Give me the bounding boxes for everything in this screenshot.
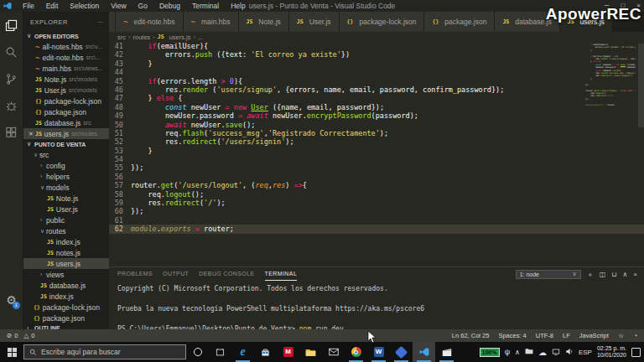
breadcrumb-src[interactable]: src bbox=[117, 34, 126, 41]
notification-center-icon[interactable] bbox=[631, 348, 641, 357]
recorder-icon[interactable] bbox=[435, 342, 458, 362]
explorer-icon[interactable] bbox=[5, 18, 18, 32]
tab-package.json[interactable]: {}package.json bbox=[424, 12, 495, 32]
open-editor-Note.js[interactable]: JSNote.jssrc\models bbox=[23, 74, 109, 85]
kill-terminal-icon[interactable]: ⊔ bbox=[611, 271, 616, 278]
minimap[interactable]: if(emailUser){ errors.push ({text: 'El c… bbox=[585, 44, 636, 106]
app-cube-icon[interactable] bbox=[390, 342, 413, 362]
menu-selection[interactable]: Selection bbox=[64, 0, 105, 12]
tree-item-package-lock.json[interactable]: {}package-lock.json bbox=[23, 302, 109, 313]
code-editor[interactable]: 41 if(emailUser){42 errors.push ({text: … bbox=[109, 42, 644, 266]
tree-item-models[interactable]: ∨models bbox=[23, 182, 109, 193]
tree-item-users.js[interactable]: JSusers.js bbox=[23, 258, 109, 269]
tree-item-User.js[interactable]: JSUser.js bbox=[23, 204, 109, 215]
network-icon[interactable] bbox=[552, 348, 560, 357]
open-editor-edit-note.hbs[interactable]: ~edit-note.hbssrc\... bbox=[23, 52, 109, 63]
chrome-icon[interactable] bbox=[345, 342, 367, 362]
close-panel-icon[interactable]: × bbox=[633, 271, 637, 278]
tree-item-index.js[interactable]: JSindex.js bbox=[23, 236, 109, 247]
mail-icon[interactable] bbox=[322, 342, 345, 362]
folder-tray-icon[interactable] bbox=[525, 348, 533, 356]
editor-scrollbar[interactable] bbox=[638, 44, 644, 127]
breadcrumb-routes[interactable]: routes bbox=[133, 34, 151, 41]
settings-gear-icon[interactable]: ⚙ 1 bbox=[6, 292, 17, 308]
clock[interactable]: 02:25 p. m. 10/01/2020 bbox=[597, 345, 626, 359]
tree-item-package.json[interactable]: {}package.json bbox=[23, 313, 109, 323]
volume-icon[interactable] bbox=[565, 348, 574, 357]
warnings-count[interactable]: 0 bbox=[31, 332, 34, 339]
status-lf[interactable]: LF bbox=[563, 332, 570, 339]
source-control-icon[interactable] bbox=[5, 72, 18, 85]
open-editor-database.js[interactable]: JSdatabase.jssrc bbox=[23, 117, 109, 128]
store-icon[interactable] bbox=[254, 342, 277, 362]
more-actions-icon[interactable]: ⋯ bbox=[97, 18, 104, 26]
tree-item-notes.js[interactable]: JSnotes.js bbox=[23, 247, 109, 258]
tree-item-public[interactable]: ›public bbox=[23, 215, 109, 225]
mcafee-icon[interactable]: M bbox=[277, 342, 299, 362]
open-editor-User.js[interactable]: JSUser.jssrc\models bbox=[23, 85, 109, 96]
errors-icon[interactable]: ⊘ bbox=[7, 332, 12, 339]
tab-package-lock.json[interactable]: {}package-lock.json bbox=[340, 12, 425, 32]
tree-item-views[interactable]: ›views bbox=[23, 269, 109, 280]
split-terminal-icon[interactable]: ◫ bbox=[600, 271, 606, 278]
errors-count[interactable]: 0 bbox=[14, 332, 18, 339]
onedrive-icon[interactable]: ☁ bbox=[538, 348, 547, 357]
menu-edit[interactable]: Edit bbox=[40, 0, 65, 12]
tab-main.hbs[interactable]: ~main.hbs bbox=[184, 12, 239, 32]
menu-view[interactable]: View bbox=[105, 0, 132, 12]
open-editors-header[interactable]: ∨OPEN EDITORS bbox=[23, 31, 109, 41]
menu-debug[interactable]: Debug bbox=[153, 0, 186, 12]
open-editor-all-notes.hbs[interactable]: ~all-notes.hbssrc\v... bbox=[23, 41, 109, 52]
task-view-icon[interactable] bbox=[209, 342, 231, 362]
section-outline[interactable]: ›OUTLINE bbox=[23, 323, 109, 329]
maximize-panel-icon[interactable]: ∧ bbox=[622, 271, 627, 278]
terminal-shell-select[interactable]: 1: node∨ bbox=[516, 270, 581, 279]
extensions-icon[interactable] bbox=[5, 126, 18, 139]
taskbar-search-input[interactable]: Escribe aquí para buscar bbox=[23, 344, 186, 359]
panel-tab-problems[interactable]: PROBLEMS bbox=[117, 267, 153, 281]
tab-Note.js[interactable]: JSNote.js bbox=[239, 12, 289, 32]
panel-tab-terminal[interactable]: TERMINAL bbox=[265, 267, 298, 281]
open-editor-package-lock.json[interactable]: {}package-lock.json bbox=[23, 96, 109, 106]
menu-file[interactable]: File bbox=[17, 0, 40, 12]
edge-icon[interactable]: e bbox=[231, 342, 254, 362]
notifications-bell-icon[interactable]: ◔ bbox=[633, 332, 637, 339]
start-button[interactable] bbox=[0, 342, 23, 362]
tree-item-src[interactable]: ∨src bbox=[23, 149, 109, 160]
open-editor-package.json[interactable]: {}package.json bbox=[23, 106, 109, 117]
menu-go[interactable]: Go bbox=[132, 0, 153, 12]
open-editor-users.js[interactable]: ✕JSusers.jssrc\routes bbox=[23, 128, 109, 139]
tab-User.js[interactable]: JSUser.js bbox=[289, 12, 340, 32]
status-spaces[interactable]: Spaces: 4 bbox=[498, 332, 526, 339]
search-icon[interactable] bbox=[5, 45, 18, 59]
menu-help[interactable]: Help bbox=[225, 0, 251, 12]
close-editor-icon[interactable]: ✕ bbox=[29, 131, 34, 137]
debug-icon[interactable] bbox=[5, 99, 18, 112]
breadcrumb-...[interactable]: ... bbox=[198, 34, 203, 41]
menu-terminal[interactable]: Terminal bbox=[186, 0, 225, 12]
tab-edit-note.hbs[interactable]: ~edit-note.hbs bbox=[116, 12, 184, 32]
file-explorer-icon[interactable] bbox=[299, 342, 322, 362]
cortana-icon[interactable] bbox=[186, 342, 209, 362]
battery-indicator[interactable]: 100% bbox=[480, 348, 500, 357]
partial-tab[interactable] bbox=[109, 12, 116, 32]
tree-item-config[interactable]: ›config bbox=[23, 160, 109, 171]
tree-item-helpers[interactable]: ›helpers bbox=[23, 171, 109, 182]
new-terminal-icon[interactable]: ＋ bbox=[587, 270, 594, 279]
usb-icon[interactable]: ψ bbox=[505, 348, 510, 356]
word-icon[interactable]: W bbox=[367, 342, 390, 362]
project-header[interactable]: ∨PUNTO DE VENTA bbox=[23, 139, 109, 149]
tree-item-database.js[interactable]: JSdatabase.js bbox=[23, 280, 109, 291]
breadcrumb[interactable]: src›routes›JSusers.js›... bbox=[109, 32, 644, 42]
feedback-smiley-icon[interactable]: ☺ bbox=[618, 332, 625, 339]
status-javascript[interactable]: JavaScript bbox=[579, 332, 609, 339]
language-indicator[interactable]: ESP bbox=[579, 349, 592, 356]
panel-tab-output[interactable]: OUTPUT bbox=[163, 267, 189, 281]
warnings-icon[interactable]: △ bbox=[23, 332, 29, 339]
panel-tab-debug-console[interactable]: DEBUG CONSOLE bbox=[199, 267, 254, 281]
open-editor-main.hbs[interactable]: ~main.hbssrc\views... bbox=[23, 63, 109, 74]
status-utf-8[interactable]: UTF-8 bbox=[536, 332, 553, 339]
status-ln[interactable]: Ln 62, Col 25 bbox=[452, 332, 490, 339]
breadcrumb-users.js[interactable]: users.js bbox=[169, 34, 191, 41]
tree-item-index.js[interactable]: JSindex.js bbox=[23, 291, 109, 302]
